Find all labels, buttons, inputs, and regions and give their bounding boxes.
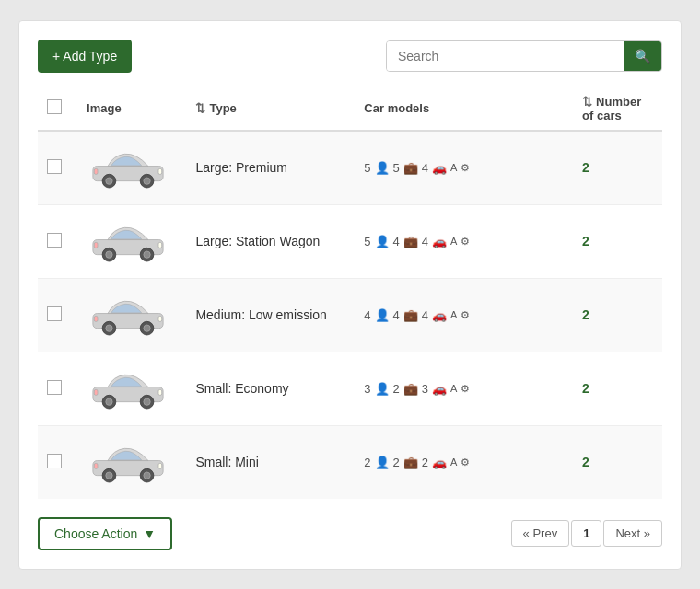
car-image bbox=[87, 437, 169, 488]
bag-icon: 💼 bbox=[403, 382, 418, 396]
car-models-info: 5 👤 5 💼 4 🚗 A ⚙ bbox=[364, 161, 564, 175]
row-number-cell: 2 bbox=[573, 352, 662, 425]
header-type[interactable]: ⇅Type bbox=[186, 87, 355, 131]
door-icon: 🚗 bbox=[432, 235, 447, 248]
svg-rect-5 bbox=[158, 168, 162, 174]
gear-icon: ⚙ bbox=[461, 456, 470, 468]
car-count: 2 bbox=[582, 160, 589, 175]
table-row: Large: Premium 5 👤 5 💼 4 🚗 A ⚙ 2 bbox=[38, 131, 662, 205]
car-type-label: Small: Economy bbox=[195, 381, 288, 396]
row-check-cell bbox=[38, 131, 77, 205]
header-checkbox[interactable] bbox=[47, 99, 62, 114]
add-type-button[interactable]: + Add Type bbox=[38, 40, 132, 73]
header-car-models: Car models bbox=[355, 87, 573, 131]
footer: Choose Action ▼ « Prev 1 Next » bbox=[38, 517, 662, 550]
ac-label: A bbox=[450, 383, 457, 394]
persons-count: 4 bbox=[364, 308, 370, 322]
ac-label: A bbox=[450, 162, 457, 173]
car-type-label: Large: Station Wagon bbox=[195, 234, 320, 248]
bag-icon: 💼 bbox=[403, 456, 418, 469]
car-count: 2 bbox=[582, 381, 589, 396]
chevron-down-icon: ▼ bbox=[143, 526, 156, 541]
doors-count: 4 bbox=[422, 308, 428, 322]
row-number-cell: 2 bbox=[573, 131, 662, 205]
row-type-cell: Small: Economy bbox=[186, 352, 355, 425]
search-input[interactable] bbox=[387, 41, 624, 71]
bags-count: 4 bbox=[393, 235, 400, 248]
row-models-cell: 4 👤 4 💼 4 🚗 A ⚙ bbox=[355, 278, 573, 352]
current-page-button[interactable]: 1 bbox=[571, 520, 601, 547]
car-image bbox=[87, 290, 169, 341]
row-checkbox[interactable] bbox=[47, 380, 62, 395]
sort-cars-icon: ⇅ bbox=[582, 95, 592, 109]
gear-icon: ⚙ bbox=[461, 383, 470, 395]
svg-rect-33 bbox=[158, 463, 162, 468]
row-checkbox[interactable] bbox=[47, 233, 62, 248]
car-count: 2 bbox=[582, 455, 589, 469]
next-page-button[interactable]: Next » bbox=[603, 520, 662, 547]
bags-count: 5 bbox=[393, 161, 400, 175]
row-checkbox[interactable] bbox=[47, 306, 62, 321]
person-icon: 👤 bbox=[375, 308, 390, 322]
person-icon: 👤 bbox=[375, 161, 390, 175]
ac-label: A bbox=[450, 309, 457, 320]
row-type-cell: Small: Mini bbox=[186, 425, 355, 499]
search-box: 🔍 bbox=[386, 40, 662, 72]
row-image-cell bbox=[77, 352, 186, 425]
svg-point-18 bbox=[144, 325, 150, 331]
persons-count: 5 bbox=[364, 161, 370, 175]
car-count: 2 bbox=[582, 234, 589, 248]
toolbar: + Add Type 🔍 bbox=[38, 40, 662, 73]
person-icon: 👤 bbox=[375, 235, 390, 248]
bags-count: 2 bbox=[393, 382, 400, 396]
prev-page-button[interactable]: « Prev bbox=[511, 520, 570, 547]
search-button[interactable]: 🔍 bbox=[624, 41, 661, 71]
svg-rect-27 bbox=[94, 389, 98, 395]
car-image bbox=[87, 143, 169, 193]
row-type-cell: Large: Station Wagon bbox=[186, 204, 355, 278]
person-icon: 👤 bbox=[375, 382, 390, 396]
svg-rect-6 bbox=[94, 168, 98, 174]
row-models-cell: 3 👤 2 💼 3 🚗 A ⚙ bbox=[355, 352, 573, 425]
svg-rect-34 bbox=[94, 463, 98, 468]
table-row: Large: Station Wagon 5 👤 4 💼 4 🚗 A ⚙ 2 bbox=[38, 204, 662, 278]
car-count: 2 bbox=[582, 307, 589, 322]
row-number-cell: 2 bbox=[573, 278, 662, 352]
ac-label: A bbox=[450, 456, 457, 468]
sort-type-icon: ⇅ bbox=[195, 101, 205, 115]
door-icon: 🚗 bbox=[432, 308, 447, 322]
table-row: Small: Economy 3 👤 2 💼 3 🚗 A ⚙ 2 bbox=[38, 352, 662, 425]
row-checkbox[interactable] bbox=[47, 159, 62, 174]
row-models-cell: 5 👤 5 💼 4 🚗 A ⚙ bbox=[355, 131, 573, 205]
svg-point-30 bbox=[106, 472, 112, 479]
svg-point-16 bbox=[106, 325, 112, 331]
header-number-of-cars[interactable]: ⇅Number of cars bbox=[573, 87, 662, 131]
search-icon: 🔍 bbox=[635, 49, 650, 64]
row-image-cell bbox=[77, 131, 186, 205]
row-checkbox[interactable] bbox=[47, 454, 62, 468]
header-image: Image bbox=[77, 87, 186, 131]
table-row: Medium: Low emission 4 👤 4 💼 4 🚗 A ⚙ 2 bbox=[38, 278, 662, 352]
persons-count: 2 bbox=[364, 456, 370, 469]
doors-count: 4 bbox=[422, 235, 428, 248]
row-type-cell: Large: Premium bbox=[186, 131, 355, 205]
car-models-info: 5 👤 4 💼 4 🚗 A ⚙ bbox=[364, 235, 564, 248]
choose-action-button[interactable]: Choose Action ▼ bbox=[38, 517, 172, 550]
car-models-info: 3 👤 2 💼 3 🚗 A ⚙ bbox=[364, 382, 564, 396]
doors-count: 4 bbox=[422, 161, 428, 175]
door-icon: 🚗 bbox=[432, 456, 447, 469]
svg-point-4 bbox=[144, 178, 150, 184]
row-check-cell bbox=[38, 352, 77, 425]
header-check bbox=[38, 87, 77, 131]
svg-point-32 bbox=[144, 472, 150, 479]
door-icon: 🚗 bbox=[432, 382, 447, 396]
car-type-label: Medium: Low emission bbox=[195, 307, 326, 322]
bag-icon: 💼 bbox=[403, 235, 418, 248]
svg-rect-20 bbox=[94, 316, 98, 321]
bag-icon: 💼 bbox=[403, 308, 418, 322]
persons-count: 3 bbox=[364, 382, 370, 396]
gear-icon: ⚙ bbox=[461, 309, 470, 321]
bags-count: 4 bbox=[393, 308, 400, 322]
car-type-label: Large: Premium bbox=[195, 160, 287, 175]
person-icon: 👤 bbox=[375, 456, 390, 469]
